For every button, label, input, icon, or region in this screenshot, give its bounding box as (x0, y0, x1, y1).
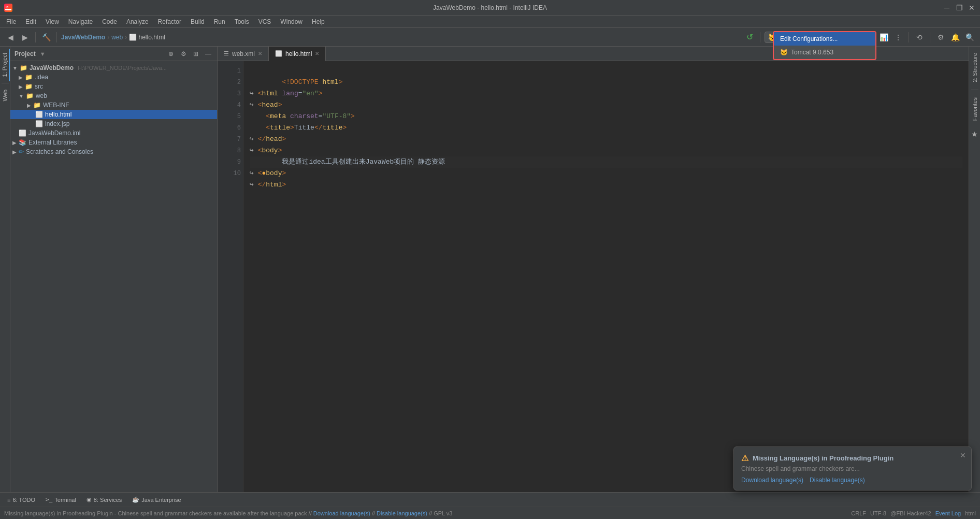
right-tools: 2: Structure Favorites ★ (969, 47, 980, 492)
back-button[interactable]: ◀ (4, 31, 17, 44)
project-tab[interactable]: 1: Project (1, 49, 10, 81)
bottom-tab-services[interactable]: ◉ 8: Services (83, 495, 125, 504)
web-folder-icon: 📁 (26, 92, 34, 99)
panel-collapse-icon[interactable]: — (204, 49, 213, 59)
tree-webinf[interactable]: ▶ 📁 WEB-INF (10, 100, 217, 110)
root-path: H:\POWER_NODE\Projects\Java... (78, 65, 167, 71)
menu-vcs[interactable]: VCS (254, 17, 276, 26)
code-editor[interactable]: 1 2 3 4 5 6 7 8 9 10 <!DOCTYPE html> ↪ <… (218, 61, 969, 492)
tree-scratches[interactable]: ▶ ✏ Scratches and Consoles (10, 147, 217, 156)
line-num-7: 7 (220, 134, 241, 145)
disable-lang-status-link[interactable]: Disable language(s) (377, 510, 427, 516)
build-button[interactable]: 🔨 (40, 31, 52, 44)
html-file-icon: ⬜ (35, 111, 43, 118)
editor-area: ☰ web.xml ✕ ⬜ hello.html ✕ 1 2 3 4 5 6 7… (218, 47, 969, 492)
tree-web[interactable]: ▼ 📁 web (10, 91, 217, 100)
panel-settings-icon[interactable]: ⚙ (179, 49, 188, 59)
menu-navigate[interactable]: Navigate (64, 17, 97, 26)
panel-expand-icon[interactable]: ⊞ (191, 49, 200, 59)
notification-title: ⚠ Missing Language(s) in Proofreading Pl… (741, 453, 964, 463)
menu-window[interactable]: Window (276, 17, 307, 26)
file-tree: ▼ 📁 JavaWebDemo H:\POWER_NODE\Projects\J… (10, 61, 217, 492)
title-bar-left: IJ (4, 4, 12, 12)
line-endings-indicator[interactable]: CRLF (851, 510, 866, 516)
line-num-4: 4 (220, 99, 241, 111)
code-content[interactable]: <!DOCTYPE html> ↪ <html lang="en"> ↪ <he… (243, 61, 969, 492)
tab-webxml[interactable]: ☰ web.xml ✕ (218, 47, 269, 61)
tomcat-item-label: Tomcat 9.0.653 (791, 49, 833, 56)
tab-hello-html-close[interactable]: ✕ (315, 51, 319, 56)
bookmark-icon[interactable]: ★ (970, 129, 980, 139)
encoding-indicator[interactable]: UTF-8 (870, 510, 886, 516)
tree-root[interactable]: ▼ 📁 JavaWebDemo H:\POWER_NODE\Projects\J… (10, 63, 217, 73)
left-sidebar-tabs: 1: Project Web (0, 47, 10, 492)
menu-analyze[interactable]: Analyze (122, 17, 153, 26)
bottom-tab-todo[interactable]: ≡ 6: TODO (4, 496, 38, 504)
menu-file[interactable]: File (2, 17, 20, 26)
download-lang-status-link[interactable]: Download language(s) (313, 510, 370, 516)
menu-help[interactable]: Help (308, 17, 329, 26)
menu-bar: File Edit View Navigate Code Analyze Ref… (0, 16, 980, 28)
tab-divider-1 (2, 83, 9, 83)
breadcrumb-folder[interactable]: web (111, 34, 123, 41)
breadcrumb-project[interactable]: JavaWebDemo (61, 34, 105, 41)
breadcrumb: JavaWebDemo › web › ⬜ hello.html (61, 34, 165, 41)
web-label: web (36, 92, 47, 99)
profile-button[interactable]: 📊 (877, 31, 890, 44)
code-line-5: <title>Title</title> (250, 124, 347, 132)
menu-tools[interactable]: Tools (230, 17, 253, 26)
settings-button[interactable]: ⚙ (934, 31, 947, 44)
iml-file-icon: ⬜ (19, 129, 26, 137)
edit-configurations-popup: Edit Configurations... 🐱 Tomcat 9.0.653 (773, 31, 876, 60)
bottom-tab-terminal[interactable]: >_ Terminal (42, 495, 79, 504)
tree-iml[interactable]: ⬜ JavaWebDemo.iml (10, 128, 217, 138)
iml-label: JavaWebDemo.iml (28, 129, 80, 137)
tab-webxml-close[interactable]: ✕ (258, 51, 262, 56)
project-panel-title: Project (15, 50, 36, 57)
title-bar: IJ JavaWebDemo - hello.html - IntelliJ I… (0, 0, 980, 16)
more-run-button[interactable]: ⋮ (892, 31, 904, 44)
edit-configurations-item[interactable]: Edit Configurations... (774, 32, 875, 46)
tomcat-config-item[interactable]: 🐱 Tomcat 9.0.653 (774, 46, 875, 59)
web-tab[interactable]: Web (1, 85, 9, 105)
tree-src[interactable]: ▶ 📁 src (10, 82, 217, 91)
event-log-link[interactable]: Event Log (935, 510, 961, 516)
right-divider-1 (971, 90, 978, 90)
vcs-update-button[interactable]: ⟲ (913, 31, 926, 44)
menu-build[interactable]: Build (186, 17, 209, 26)
panel-dropdown-arrow[interactable]: ▼ (40, 51, 46, 57)
notifications-button[interactable]: 🔔 (949, 31, 961, 44)
line-num-2: 2 (220, 77, 241, 88)
rerun-button[interactable]: ↺ (743, 31, 756, 44)
tree-idea[interactable]: ▶ 📁 .idea (10, 73, 217, 82)
favorites-tab[interactable]: Favorites (971, 93, 979, 125)
java-enterprise-icon: ☕ (132, 496, 139, 503)
tab-hello-html[interactable]: ⬜ hello.html ✕ (269, 47, 326, 61)
code-line-10: ↪ </html> (250, 181, 286, 189)
maximize-button[interactable]: ❐ (955, 4, 963, 12)
close-button[interactable]: ✕ (968, 4, 976, 12)
src-folder-icon: 📁 (25, 83, 33, 90)
menu-view[interactable]: View (41, 17, 63, 26)
menu-refactor[interactable]: Refactor (154, 17, 185, 26)
hellohtml-tab-icon: ⬜ (275, 50, 282, 57)
forward-button[interactable]: ▶ (19, 31, 31, 44)
download-language-link[interactable]: Download language(s) (741, 477, 803, 484)
disable-language-link[interactable]: Disable language(s) (810, 477, 865, 484)
structure-tab[interactable]: 2: Structure (971, 49, 979, 86)
todo-icon: ≡ (7, 497, 10, 503)
search-everywhere-button[interactable]: 🔍 (963, 31, 976, 44)
menu-code[interactable]: Code (98, 17, 121, 26)
bottom-tab-java-enterprise[interactable]: ☕ Java Enterprise (129, 495, 184, 504)
tree-ext-libs[interactable]: ▶ 📚 External Libraries (10, 138, 217, 147)
menu-run[interactable]: Run (210, 17, 229, 26)
minimize-button[interactable]: ─ (943, 4, 951, 12)
menu-edit[interactable]: Edit (21, 17, 40, 26)
web-arrow-icon: ▼ (19, 93, 24, 99)
notification-close-button[interactable]: ✕ (960, 451, 966, 459)
code-line-8: 我是通过idea工具创建出来JavaWeb项目的 静态资源 (250, 156, 962, 168)
tree-hello-html[interactable]: ⬜ hello.html (10, 110, 217, 119)
tree-index-jsp[interactable]: ⬜ index.jsp (10, 119, 217, 128)
panel-gear-icon[interactable]: ⊕ (166, 49, 176, 59)
project-panel-header: Project ▼ ⊕ ⚙ ⊞ — (10, 47, 217, 61)
